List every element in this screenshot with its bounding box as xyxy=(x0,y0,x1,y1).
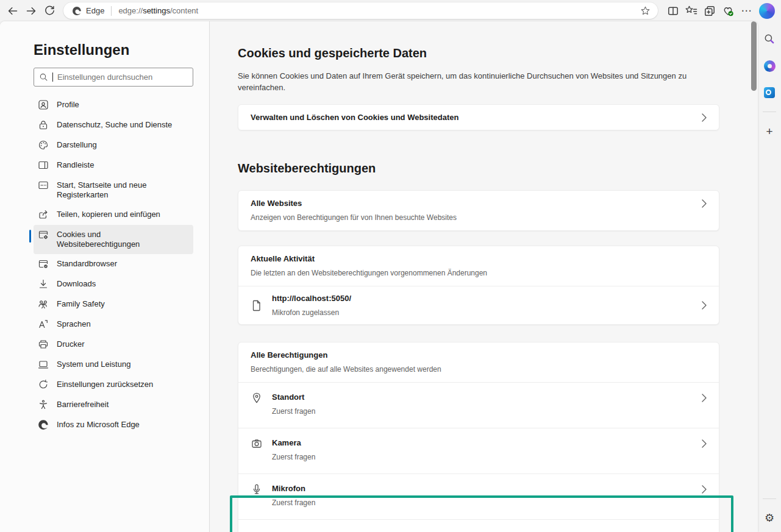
all-permissions-card: Alle Berechtigungen Berechtigungen, die … xyxy=(238,342,719,532)
back-button[interactable] xyxy=(4,2,22,20)
cookies-permissions-icon xyxy=(38,229,49,240)
copilot-icon xyxy=(759,3,775,19)
more-menu-button[interactable]: ⋯ xyxy=(737,2,755,20)
start-home-icon xyxy=(38,180,49,191)
permission-row-mikrofon[interactable]: Mikrofon Zuerst fragen xyxy=(238,474,719,519)
sidebar-item-sprachen[interactable]: Sprachen xyxy=(34,314,193,335)
split-screen-icon xyxy=(667,5,679,17)
favorites-button[interactable] xyxy=(682,2,701,20)
sidebar-item-downloads[interactable]: Downloads xyxy=(34,274,193,294)
accessibility-icon xyxy=(38,399,49,410)
activity-entry-row[interactable]: http://localhost:5050/ Mikrofon zugelass… xyxy=(238,286,719,324)
sidebar-item-darstellung[interactable]: Darstellung xyxy=(34,135,193,155)
camera-icon xyxy=(251,438,263,450)
url-text: edge://settings/content xyxy=(118,6,636,15)
bing-search-button[interactable] xyxy=(761,31,777,47)
sidebar-item-profile[interactable]: Profile xyxy=(34,95,193,115)
sidebar-item-start[interactable]: Start, Startseite und neue Registerkarte… xyxy=(34,176,193,205)
settings-content: Cookies und gespeicherte Daten Sie könne… xyxy=(210,21,749,532)
edge-sidebar-rail: + ⚙ xyxy=(758,21,781,532)
outlook-button[interactable] xyxy=(761,85,777,101)
sidebar-item-infos-edge[interactable]: Infos zu Microsoft Edge xyxy=(34,415,193,435)
partial-next-row xyxy=(238,520,719,532)
family-safety-icon xyxy=(38,299,49,310)
sidebar-item-zuruecksetzen[interactable]: Einstellungen zurücksetzen xyxy=(34,375,193,395)
search-icon xyxy=(39,73,48,82)
favorite-star-button[interactable] xyxy=(636,4,654,18)
outlook-icon xyxy=(764,87,775,98)
sidebar-item-teilen[interactable]: Teilen, kopieren und einfügen xyxy=(34,205,193,225)
sidebar-item-randleiste[interactable]: Randleiste xyxy=(34,155,193,176)
system-performance-icon xyxy=(38,359,49,370)
settings-search-box[interactable] xyxy=(34,68,193,87)
split-screen-button[interactable] xyxy=(664,2,682,20)
all-websites-row[interactable]: Alle Websites Anzeigen von Berechtigunge… xyxy=(238,190,719,231)
printer-icon xyxy=(38,339,49,350)
address-bar[interactable]: Edge edge://settings/content xyxy=(63,2,658,19)
search-icon xyxy=(763,33,776,45)
forward-arrow-icon xyxy=(25,5,37,17)
sidebar-item-family-safety[interactable]: Family Safety xyxy=(34,294,193,314)
settings-nav: Profile Datenschutz, Suche und Dienste D… xyxy=(34,95,193,435)
share-copy-icon xyxy=(38,209,49,220)
microsoft-365-button[interactable] xyxy=(761,58,777,74)
browser-essentials-button[interactable] xyxy=(719,2,737,20)
section-title-permissions: Websiteberechtigungen xyxy=(238,160,749,177)
permission-row-kamera[interactable]: Kamera Zuerst fragen xyxy=(238,428,719,473)
location-icon xyxy=(251,392,263,404)
site-badge[interactable]: Edge xyxy=(72,6,104,16)
languages-icon xyxy=(38,319,49,330)
favorites-star-list-icon xyxy=(685,5,697,17)
section-description: Sie können Cookies und Daten auf Ihrem G… xyxy=(238,70,721,93)
ellipsis-icon: ⋯ xyxy=(741,5,752,16)
star-icon xyxy=(640,5,651,16)
text-cursor xyxy=(52,73,53,82)
settings-search-input[interactable] xyxy=(57,73,188,82)
badge-divider xyxy=(111,6,112,16)
edge-logo-icon xyxy=(38,419,49,430)
activity-entry-url: http://localhost:5050/ xyxy=(272,294,693,303)
sidebar-item-datenschutz[interactable]: Datenschutz, Suche und Dienste xyxy=(34,115,193,135)
sidebar-panel-icon xyxy=(38,160,49,171)
sidebar-item-barrierefreiheit[interactable]: Barrierefreiheit xyxy=(34,395,193,415)
add-to-sidebar-button[interactable]: + xyxy=(761,123,777,139)
forward-button[interactable] xyxy=(22,2,40,20)
profile-icon xyxy=(38,99,49,110)
chevron-right-icon xyxy=(702,394,707,402)
collections-button[interactable] xyxy=(701,2,719,20)
sidebar-item-drucker[interactable]: Drucker xyxy=(34,335,193,355)
sidebar-settings-button[interactable]: ⚙ xyxy=(761,510,777,526)
chevron-right-icon xyxy=(702,113,707,122)
browser-essentials-heart-icon xyxy=(722,5,734,17)
copilot-button[interactable] xyxy=(755,2,776,20)
chevron-right-icon xyxy=(702,439,707,448)
permission-row-standort[interactable]: Standort Zuerst fragen xyxy=(238,383,719,428)
page-document-icon xyxy=(251,299,263,311)
reload-icon xyxy=(44,5,55,16)
m365-icon xyxy=(764,60,776,72)
chevron-right-icon xyxy=(702,301,707,310)
back-arrow-icon xyxy=(7,5,19,17)
sidebar-item-system[interactable]: System und Leistung xyxy=(34,355,193,375)
default-browser-icon xyxy=(38,258,49,269)
scrollbar-track[interactable] xyxy=(749,21,758,532)
sidebar-item-standardbrowser[interactable]: Standardbrowser xyxy=(34,254,193,274)
rail-divider xyxy=(763,112,776,112)
privacy-lock-icon xyxy=(38,119,49,130)
settings-page: Einstellungen Profile Datenschutz, Suche… xyxy=(0,21,758,532)
activity-entry-status: Mikrofon zugelassen xyxy=(272,308,693,317)
sidebar-item-cookies[interactable]: Cookies und Websiteberechtigungen xyxy=(34,225,193,254)
gear-icon: ⚙ xyxy=(765,512,774,523)
scrollbar-thumb[interactable] xyxy=(751,21,757,91)
reset-settings-icon xyxy=(38,379,49,390)
all-permissions-header: Alle Berechtigungen Berechtigungen, die … xyxy=(238,342,719,382)
appearance-palette-icon xyxy=(38,140,49,151)
manage-cookies-row[interactable]: Verwalten und Löschen von Cookies und We… xyxy=(238,104,719,130)
microphone-icon xyxy=(251,483,263,495)
downloads-icon xyxy=(38,278,49,289)
recent-activity-card: Aktuelle Aktivität Die letzten an den We… xyxy=(238,246,719,325)
reload-button[interactable] xyxy=(40,2,59,20)
chevron-right-icon xyxy=(702,485,707,494)
recent-activity-header: Aktuelle Aktivität Die letzten an den We… xyxy=(238,246,719,286)
rail-divider xyxy=(763,498,776,499)
